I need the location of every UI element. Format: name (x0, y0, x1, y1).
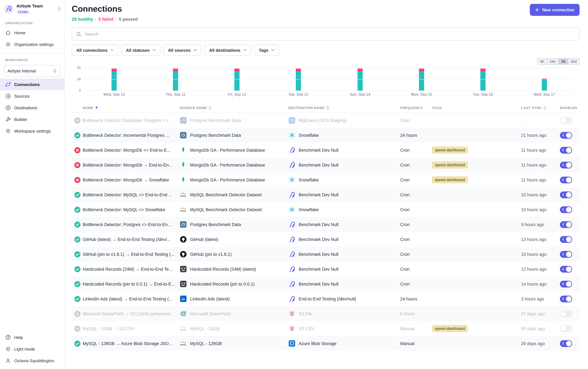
postgres-icon (180, 117, 187, 124)
sidebar-item-destinations[interactable]: Destinations (0, 102, 64, 114)
sidebar-item-user[interactable]: Octavia Squiddington (0, 355, 64, 366)
sidebar-item-builder[interactable]: Builder (0, 114, 64, 125)
table-row[interactable]: Bottleneck Detector: MongoDb → End-to-En… (72, 157, 580, 172)
enabled-toggle[interactable] (560, 266, 572, 272)
connection-name[interactable]: Bottleneck Detector: MySQL <> End-to-End… (83, 192, 180, 197)
user-icon (5, 358, 11, 363)
enabled-toggle[interactable] (560, 191, 572, 198)
organization-nav: HomeOrganization settings (0, 27, 64, 50)
connection-name[interactable]: Bottleneck Detector: Incremental Postgre… (83, 133, 180, 138)
chart-bar[interactable] (235, 69, 240, 91)
column-header-name[interactable]: NAME (83, 106, 180, 110)
connection-name[interactable]: GitHub (pin to v1.8.1) → End-to-End Test… (83, 252, 180, 257)
table-row[interactable]: Bottleneck Detector: MySQL <> End-to-End… (72, 187, 580, 202)
column-header-last-sync[interactable]: LAST SYNC (521, 106, 560, 110)
airbyte-icon (288, 191, 295, 198)
s3-icon (288, 325, 295, 332)
table-row[interactable]: Hardcoded Records (pin to 0.0.1) → End-t… (72, 277, 580, 291)
workspace-selector[interactable]: Airbyte Internal (4, 65, 60, 77)
last-sync: 27 days ago (521, 311, 560, 316)
connection-name[interactable]: Bottleneck Detector: MongoDb <> End-to-E… (83, 148, 180, 153)
new-connection-button[interactable]: New connection (530, 4, 580, 16)
connection-name[interactable]: Bottleneck Detector Candidate: Postgres … (83, 118, 180, 123)
enabled-toggle[interactable] (560, 221, 572, 228)
table-row[interactable]: Bottleneck Detector: Incremental Postgre… (72, 128, 580, 143)
connection-name[interactable]: GitHub (latest) → End-to-End Testing (/d… (83, 237, 180, 242)
team-switcher[interactable]: Airbyte Team TEAMS (0, 0, 64, 17)
column-header-destination-name[interactable]: DESTINATION NAME (288, 106, 400, 110)
table-row[interactable]: GitHub (pin to v1.8.1) → End-to-End Test… (72, 247, 580, 262)
enabled-toggle[interactable] (560, 296, 572, 302)
enabled-toggle[interactable] (560, 325, 572, 332)
enabled-toggle[interactable] (560, 147, 572, 154)
search-input[interactable] (84, 31, 575, 37)
sidebar-item-connections[interactable]: Connections (0, 79, 64, 90)
chart-bar[interactable] (296, 69, 301, 91)
source-name: GitHub (pin to v1.8.1) (190, 252, 232, 257)
table-row[interactable]: GitHub (latest) → End-to-End Testing (/d… (72, 232, 580, 247)
frequency: Manual (400, 341, 432, 346)
connection-name[interactable]: Bottleneck Detector: MongoDb → End-to-En… (83, 163, 180, 167)
time-range-30d[interactable]: 30d (568, 59, 579, 64)
connection-name[interactable]: LinkedIn Ads (latest) → End-to-End Testi… (83, 297, 180, 301)
table-row[interactable]: MySQL - 10GB → S3 CSVMySQLMySQL - 10GBS3… (72, 321, 580, 336)
column-header-source-name[interactable]: SOURCE NAME (180, 106, 288, 110)
destination-icon (5, 105, 11, 111)
enabled-toggle[interactable] (560, 251, 572, 257)
sidebar-item-help[interactable]: Help (0, 331, 64, 343)
filter-all-destinations[interactable]: All destinations (205, 45, 251, 56)
filter-all-statuses[interactable]: All statuses (121, 45, 160, 56)
chart-failed-segment (357, 69, 362, 72)
time-range-24h[interactable]: 24h (547, 59, 558, 64)
connection-name[interactable]: Bottleneck Detector: MySQL <> Snowflake (83, 207, 180, 212)
chart-bar[interactable] (173, 69, 178, 91)
chart-bar[interactable] (357, 69, 362, 91)
enabled-toggle[interactable] (560, 132, 572, 139)
connection-name[interactable]: MySQL - 10GB → S3 CSV (83, 326, 180, 331)
filter-tags[interactable]: Tags (254, 45, 279, 56)
enabled-toggle[interactable] (560, 162, 572, 168)
x-axis-label: Tue, Sep 16 (452, 92, 514, 96)
time-range-6h[interactable]: 6h (538, 59, 547, 64)
sidebar-item-label: Builder (14, 117, 27, 122)
table-row[interactable]: Microsoft SharePoint → S3 (13mb performa… (72, 306, 580, 321)
connection-name[interactable]: Hardcoded Records (pin to 0.0.1) → End-t… (83, 282, 180, 286)
enabled-toggle[interactable] (560, 340, 572, 347)
enabled-toggle[interactable] (560, 206, 572, 213)
team-badge: TEAMS (17, 10, 30, 14)
connection-name[interactable]: MySQL - 128GB → Azure Blob Storage JSOn … (83, 341, 180, 346)
connection-name[interactable]: Hardcoded Records (24M) → End-to-End Te.… (83, 267, 180, 271)
table-row[interactable]: Bottleneck Detector: MySQL <> SnowflakeM… (72, 202, 580, 217)
chart-bar[interactable] (419, 69, 424, 91)
mongodb-icon (180, 146, 187, 154)
connection-name[interactable]: Microsoft SharePoint → S3 (13mb performa… (83, 311, 180, 316)
connection-name[interactable]: Bottleneck Detector: MongoDb → Snowflake (83, 177, 180, 182)
enabled-toggle[interactable] (560, 281, 572, 287)
connection-name[interactable]: Bottleneck Detector: Postgres <> End-to-… (83, 222, 180, 227)
sidebar-item-sources[interactable]: Sources (0, 90, 64, 102)
enabled-toggle[interactable] (560, 236, 572, 243)
time-range-7d[interactable]: 7d (558, 59, 568, 64)
table-row[interactable]: Bottleneck Detector: Postgres <> End-to-… (72, 217, 580, 232)
chart-bar[interactable] (111, 69, 117, 91)
filter-all-connections[interactable]: All connections (72, 45, 118, 56)
table-row[interactable]: Bottleneck Detector: MongoDb <> End-to-E… (72, 143, 580, 157)
table-row[interactable]: Hardcoded Records (24M) → End-to-End Te.… (72, 262, 580, 277)
x-axis-label: Wed, Sep 17 (514, 92, 575, 96)
chart-bar[interactable] (480, 69, 486, 91)
chart-success-segment (480, 72, 486, 91)
table-row[interactable]: Bottleneck Detector Candidate: Postgres … (72, 113, 580, 128)
chart-bar[interactable] (542, 79, 547, 91)
table-row[interactable]: Bottleneck Detector: MongoDb → Snowflake… (72, 172, 580, 187)
enabled-toggle[interactable] (560, 117, 572, 124)
sidebar-item-organization-settings[interactable]: Organization settings (0, 39, 64, 50)
enabled-toggle[interactable] (560, 310, 572, 317)
sidebar-item-workspace-settings[interactable]: Workspace settings (0, 125, 64, 137)
sidebar-item-light-mode[interactable]: Light mode (0, 343, 64, 355)
filter-all-sources[interactable]: All sources (164, 45, 201, 56)
table-row[interactable]: MySQL - 128GB → Azure Blob Storage JSOn … (72, 336, 580, 351)
table-row[interactable]: LinkedIn Ads (latest) → End-to-End Testi… (72, 291, 580, 306)
sidebar-item-home[interactable]: Home (0, 27, 64, 39)
airbyte-icon (288, 236, 295, 243)
enabled-toggle[interactable] (560, 176, 572, 183)
